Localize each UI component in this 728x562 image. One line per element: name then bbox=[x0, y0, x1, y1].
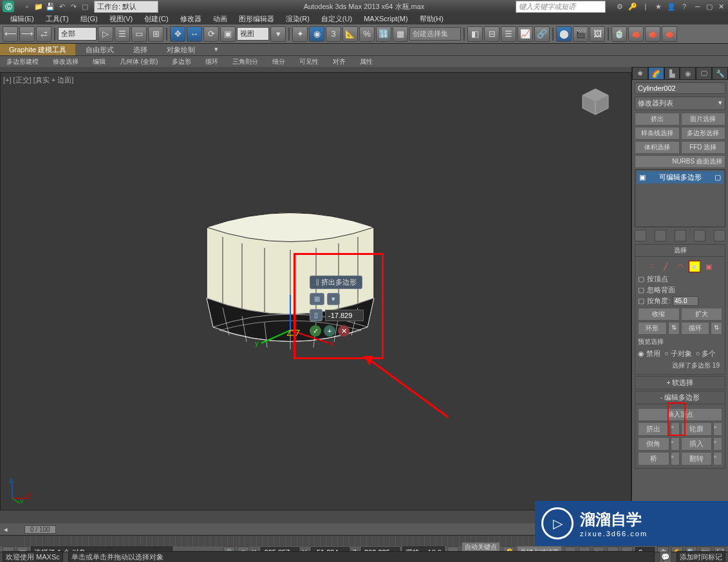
angle-input[interactable] bbox=[673, 296, 698, 306]
mod-poly[interactable]: 多边形选择 bbox=[681, 127, 726, 140]
render-active-icon[interactable]: 🫖 bbox=[645, 26, 660, 42]
menu-animation[interactable]: 动画 bbox=[208, 14, 232, 24]
loop-button[interactable]: 循环 bbox=[681, 322, 710, 335]
subtab-geom[interactable]: 几何体 (全部) bbox=[113, 56, 164, 67]
pin-stack-icon[interactable] bbox=[635, 230, 646, 241]
menu-graph[interactable]: 图形编辑器 bbox=[234, 14, 279, 24]
display-tab-icon[interactable]: 🖵 bbox=[696, 67, 712, 80]
bind-icon[interactable]: ⥄ bbox=[36, 26, 51, 42]
extrude-type-dropdown-icon[interactable]: ▾ bbox=[327, 293, 340, 305]
mod-spline[interactable]: 样条线选择 bbox=[635, 127, 680, 140]
extrude-settings-icon[interactable]: ▫ bbox=[671, 422, 680, 436]
curve-editor-icon[interactable]: 📈 bbox=[518, 26, 533, 42]
time-slider-thumb[interactable]: 0 / 100 bbox=[24, 525, 56, 534]
selection-filter[interactable]: 全部 bbox=[58, 27, 97, 41]
subtab-props[interactable]: 属性 bbox=[353, 56, 379, 67]
by-vertex-check[interactable]: ▢按顶点 bbox=[638, 274, 722, 285]
select-icon[interactable]: ▷ bbox=[98, 26, 113, 42]
search-input[interactable]: 键入关键字或短语 bbox=[516, 1, 606, 13]
pivot-icon[interactable]: ▾ bbox=[270, 26, 286, 42]
vertex-icon[interactable]: ∴ bbox=[646, 261, 658, 272]
minimize-icon[interactable]: ─ bbox=[693, 2, 702, 11]
subtab-vis[interactable]: 可见性 bbox=[293, 56, 325, 67]
mod-extrude[interactable]: 挤出 bbox=[635, 113, 680, 126]
angle-snap-icon[interactable]: 📐 bbox=[342, 26, 358, 42]
element-icon[interactable]: ▣ bbox=[703, 261, 714, 272]
extrude-type-icon[interactable]: ⊞ bbox=[310, 293, 324, 305]
new-icon[interactable]: ▫ bbox=[22, 1, 32, 12]
viewport[interactable]: [+] [正交] [真实 + 边面] bbox=[0, 72, 631, 510]
menu-views[interactable]: 视图(V) bbox=[104, 14, 138, 24]
redo-icon[interactable]: ↷ bbox=[68, 1, 79, 12]
mod-nurbs[interactable]: NURBS 曲面选择 bbox=[635, 155, 725, 168]
menu-create[interactable]: 创建(C) bbox=[139, 14, 173, 24]
ribbon-toggle-icon[interactable]: ▾ bbox=[205, 44, 227, 55]
modify-tab-icon[interactable]: 🌈 bbox=[648, 67, 664, 80]
show-result-icon[interactable] bbox=[655, 230, 666, 241]
subtab-polymodel[interactable]: 多边形建模 bbox=[0, 56, 45, 67]
subtab-loop[interactable]: 循环 bbox=[199, 56, 225, 67]
create-tab-icon[interactable]: ✹ bbox=[632, 67, 648, 80]
star-icon[interactable]: ★ bbox=[653, 1, 664, 12]
percent-snap-icon[interactable]: % bbox=[359, 26, 375, 42]
maximize-icon[interactable]: ▢ bbox=[705, 2, 714, 11]
snap2d-icon[interactable]: 3 bbox=[326, 26, 341, 42]
material-icon[interactable]: ⬤ bbox=[556, 26, 572, 42]
radio-subobj[interactable]: ○ 子对象 bbox=[664, 349, 692, 359]
shrink-button[interactable]: 收缩 bbox=[638, 308, 680, 321]
menu-custom[interactable]: 自定义(U) bbox=[316, 14, 357, 24]
select-move-icon[interactable]: ✥ bbox=[170, 26, 185, 42]
menu-tools[interactable]: 工具(T) bbox=[41, 14, 74, 24]
config-sets-icon[interactable] bbox=[714, 230, 725, 241]
by-angle-check[interactable]: ▢按角度: bbox=[638, 295, 722, 306]
time-tag-button[interactable]: 添加时间标记 bbox=[677, 551, 725, 562]
bevel-button[interactable]: 倒角 bbox=[638, 437, 669, 451]
open-icon[interactable]: 📁 bbox=[33, 1, 44, 12]
utilities-tab-icon[interactable]: 🔧 bbox=[712, 67, 728, 80]
render-setup-icon[interactable]: 🎬 bbox=[573, 26, 588, 42]
unique-icon[interactable] bbox=[675, 230, 686, 241]
stack-toggle-icon[interactable]: ▢ bbox=[714, 173, 721, 182]
subtab-tri[interactable]: 三角剖分 bbox=[226, 56, 265, 67]
caddy-apply-icon[interactable]: + bbox=[324, 325, 335, 337]
ring-button[interactable]: 环形 bbox=[638, 322, 667, 335]
tab-graphite[interactable]: Graphite 建模工具 bbox=[0, 44, 75, 55]
keyboard-shortcut-icon[interactable]: ◉ bbox=[309, 26, 324, 42]
subtab-align[interactable]: 对齐 bbox=[326, 56, 352, 67]
caddy-ok-icon[interactable]: ✓ bbox=[310, 325, 321, 337]
comm-center-icon[interactable]: 💬 bbox=[660, 552, 671, 563]
subtab-subdiv[interactable]: 细分 bbox=[266, 56, 292, 67]
infocenter-icon[interactable]: ⚙ bbox=[615, 1, 625, 12]
modifier-list-dropdown[interactable]: 修改器列表▾ bbox=[635, 97, 725, 110]
radio-disable[interactable]: ◉ 禁用 bbox=[638, 349, 660, 359]
inset-button[interactable]: 插入 bbox=[681, 437, 713, 451]
menu-maxscript[interactable]: MAXScript(M) bbox=[359, 14, 413, 23]
manipulate-icon[interactable]: ✦ bbox=[292, 26, 308, 42]
object-name-input[interactable]: Cylinder002 bbox=[635, 82, 725, 94]
tab-freeform[interactable]: 自由形式 bbox=[77, 44, 123, 55]
window-crossing-icon[interactable]: ⊞ bbox=[148, 26, 163, 42]
layers-icon[interactable]: ☰ bbox=[501, 26, 516, 42]
loop-spinner-icon[interactable]: ⇅ bbox=[711, 322, 722, 335]
stack-editable-poly[interactable]: ▣ 可编辑多边形 ▢ bbox=[637, 171, 723, 183]
select-name-icon[interactable]: ☰ bbox=[115, 26, 130, 42]
spinner-snap-icon[interactable]: 🔢 bbox=[376, 26, 391, 42]
insert-vertex-button[interactable]: 插入顶点 bbox=[638, 408, 722, 421]
prev-key-icon[interactable]: ◂ bbox=[0, 525, 12, 534]
render-iter-icon[interactable]: 🫖 bbox=[628, 26, 644, 42]
subtab-modsel[interactable]: 修改选择 bbox=[46, 56, 85, 67]
modifier-stack[interactable]: ▣ 可编辑多边形 ▢ bbox=[635, 169, 725, 227]
flip-settings-icon[interactable]: ▫ bbox=[713, 452, 722, 465]
rollout-selection-header[interactable]: 选择 bbox=[635, 244, 725, 257]
viewport-label[interactable]: [+] [正交] [真实 + 边面] bbox=[3, 75, 73, 85]
move-icon[interactable]: ↔ bbox=[187, 26, 202, 42]
undo-icon[interactable]: ↶ bbox=[57, 1, 67, 12]
edged-faces-icon[interactable]: ▦ bbox=[393, 26, 408, 42]
bridge-button[interactable]: 桥 bbox=[638, 452, 669, 465]
grow-button[interactable]: 扩大 bbox=[681, 308, 723, 321]
ring-spinner-icon[interactable]: ⇅ bbox=[668, 322, 680, 335]
border-icon[interactable]: ◠ bbox=[675, 261, 686, 272]
caddy-cancel-icon[interactable]: ✕ bbox=[338, 325, 350, 337]
mod-volume[interactable]: 体积选择 bbox=[635, 141, 680, 154]
workspace-dropdown[interactable]: 工作台: 默认 bbox=[94, 1, 158, 13]
